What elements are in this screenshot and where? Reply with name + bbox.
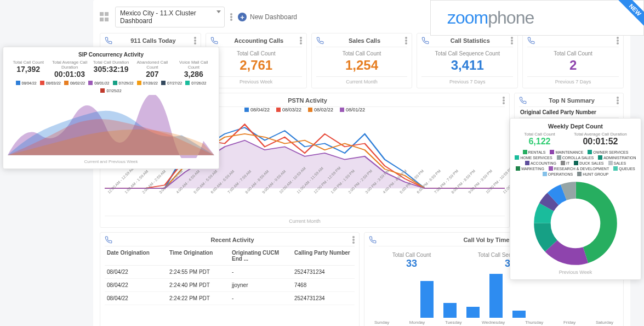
sip-title: SIP Concurrency Activity <box>8 52 214 58</box>
topn-title: Top N Summary <box>527 97 617 104</box>
stat-label: Total Average Call Duration <box>49 60 90 70</box>
legend-item: 07/27/22 <box>161 81 182 85</box>
legend-item: RESEARCH & DEVELOPMENT <box>549 166 609 171</box>
legend-item: RENTALS <box>523 150 546 154</box>
sip-footer: Current and Previous Week <box>8 159 214 164</box>
column-header: Date Origination <box>105 249 167 263</box>
weekly-stats: Total Call Count6,122Total Average Call … <box>515 132 636 147</box>
legend-item: 08/04/22 <box>244 107 270 113</box>
xaxis-label: Friday <box>563 320 575 325</box>
xaxis-label: 7:00 PM - 7:59 PM <box>434 191 449 206</box>
legend-item: SALES <box>608 161 626 165</box>
xaxis-label: Sunday <box>374 320 389 325</box>
stat-value: 207 <box>132 70 173 78</box>
more-icon[interactable] <box>194 37 196 44</box>
more-icon[interactable] <box>617 97 619 104</box>
column-header: Originating CUCM End ... <box>230 249 292 263</box>
legend-item: HUNT GROUP <box>577 172 608 176</box>
stat-value: 2,761 <box>210 58 302 73</box>
table-row[interactable]: 08/04/222:24:40 PM PDTjjoyner7468 <box>105 279 355 292</box>
new-dashboard-button[interactable]: +New Dashboard <box>238 13 297 21</box>
stat-footer: Previous 7 Days <box>421 76 513 85</box>
brand-phone: phone <box>488 8 534 27</box>
stat-label: Total Call Count <box>316 50 408 57</box>
legend-item: 08/03/22 <box>40 81 61 85</box>
legend-item: 07/25/22 <box>100 88 121 93</box>
pstn-footer: Current Month <box>105 216 505 224</box>
xaxis-label: 5:00 AM - 5:59 AM <box>193 191 208 206</box>
stat-label: Total Call Duration <box>90 60 132 65</box>
stat-card: Sales Calls Total Call Count 1,254 Curre… <box>311 33 413 88</box>
legend-item: ADMINISTRATION <box>598 155 636 160</box>
xaxis-label: 2:00 PM - 2:59 PM <box>347 191 363 206</box>
cell: 2:24:40 PM PDT <box>167 281 230 289</box>
more-icon[interactable] <box>617 37 619 44</box>
stat-card: Total Call Count 2 Previous 7 Days <box>522 33 624 88</box>
stat-label: Total Call Count <box>8 60 49 65</box>
more-icon[interactable] <box>511 37 513 44</box>
dashboard-selector[interactable]: Mexico City - 11.X Cluster Dashboard <box>115 7 225 27</box>
sip-stats: Total Call Count17,392Total Average Call… <box>8 60 214 78</box>
dashboard-name: Mexico City - 11.X Cluster Dashboard <box>120 9 196 25</box>
table-header: Date OriginationTime OriginationOriginat… <box>105 246 355 266</box>
legend-item: 07/28/22 <box>137 81 158 85</box>
stat-card: Accounting Calls Total Call Count 2,761 … <box>206 33 307 88</box>
legend-item: COROLLA SALES <box>557 155 594 160</box>
stat-value: 305:32:19 <box>90 65 132 74</box>
more-icon[interactable] <box>405 37 407 44</box>
sip-chart <box>8 95 214 158</box>
stat-footer: Previous Week <box>210 76 302 85</box>
plus-icon: + <box>238 13 247 21</box>
xaxis-label: 12:00 PM - 12:59 PM <box>313 191 328 206</box>
weekly-footer: Previous Week <box>515 269 636 275</box>
stat-label: Total Call Sequence Count <box>421 50 513 57</box>
legend-item: MARKETING <box>516 166 544 171</box>
xaxis-label: Thursday <box>525 320 543 325</box>
grid-icon[interactable] <box>100 12 110 22</box>
xaxis-label: 1:00 PM - 1:59 PM <box>330 191 345 206</box>
cell: 08/04/22 <box>105 268 167 276</box>
pstn-xaxis: 12:00 AM - 12:59 AM1:00 AM - 1:59 AM2:00… <box>105 192 505 212</box>
stat-label: Total Call Count <box>392 252 431 258</box>
more-icon[interactable] <box>300 37 302 44</box>
sip-legend: 08/04/2208/03/2208/02/2208/01/2207/29/22… <box>8 81 214 93</box>
topn-column: Original Called Party Number <box>519 107 619 118</box>
stat-value: 33 <box>392 258 431 269</box>
xaxis-label: 6:00 AM - 6:59 AM <box>210 191 225 206</box>
phone-icon <box>105 236 112 244</box>
more-icon[interactable] <box>230 13 232 21</box>
bar <box>512 311 526 318</box>
stat-title: 911 Calls Today <box>112 37 194 44</box>
zoomphone-banner: zoomphone NEW <box>430 0 644 36</box>
callvol-chart <box>369 274 619 318</box>
xaxis-label: 11:00 AM - 11:59 AM <box>296 191 311 206</box>
table-row[interactable]: 08/04/222:24:55 PM PDT-2524731234 <box>105 266 355 279</box>
column-header: Time Origination <box>167 249 230 263</box>
chevron-down-icon <box>216 10 221 13</box>
xaxis-label: Wednesday <box>482 320 505 325</box>
xaxis-label: 2:00 AM - 2:59 AM <box>141 191 157 206</box>
more-icon[interactable] <box>352 236 355 244</box>
xaxis-label: 4:00 AM - 4:59 AM <box>175 191 191 206</box>
stat-value: 3,411 <box>421 58 513 73</box>
sip-overlay-card: SIP Concurrency Activity Total Call Coun… <box>3 47 219 169</box>
xaxis-label: 9:00 AM - 9:59 AM <box>261 191 277 206</box>
xaxis-label: 8:00 PM - 8:59 PM <box>451 191 466 206</box>
phone-icon <box>369 236 377 244</box>
weekly-title: Weekly Dept Count <box>515 123 636 130</box>
xaxis-label: 8:00 AM - 8:59 AM <box>244 191 260 206</box>
stat-label: Total Call Count <box>210 50 302 57</box>
cell: 2:24:55 PM PDT <box>167 268 230 276</box>
xaxis-label: 9:00 PM - 9:59 PM <box>468 191 483 206</box>
cell: 2524731234 <box>292 268 355 276</box>
bar <box>489 274 503 318</box>
cell: 08/04/22 <box>105 281 167 289</box>
legend-item: 08/01/22 <box>340 107 365 113</box>
xaxis-label: 12:00 AM - 12:59 AM <box>107 191 122 206</box>
bar <box>443 303 457 318</box>
new-badge: NEW <box>615 0 644 30</box>
legend-item: ACCOUNTING <box>525 161 556 165</box>
bar <box>420 281 434 318</box>
table-row[interactable]: 08/04/222:24:22 PM PDT-2524731234 <box>105 292 355 305</box>
more-icon[interactable] <box>503 97 505 104</box>
